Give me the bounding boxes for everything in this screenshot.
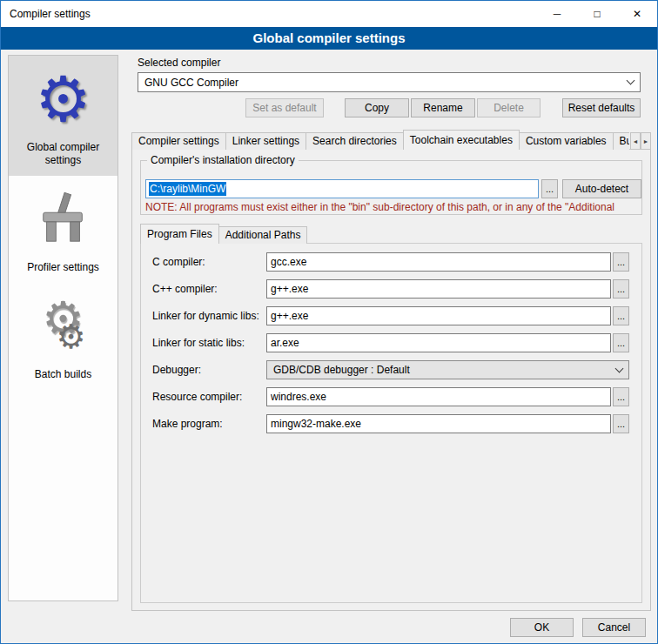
make-program-label: Make program: [152, 418, 223, 430]
sidebar-item-batch-builds[interactable]: ⚙ ⚙ Batch builds [9, 283, 118, 390]
cpp-compiler-label: C++ compiler: [152, 283, 218, 295]
installation-directory-value: C:\raylib\MinGW [149, 182, 226, 196]
static-linker-browse-button[interactable]: ... [613, 333, 629, 352]
tab-scroll-right-icon[interactable]: ► [641, 132, 651, 150]
gear-blue-icon: ⚙ [10, 64, 116, 134]
gear-gray-icon: ⚙ ⚙ [30, 296, 97, 357]
set-as-default-button[interactable]: Set as default [245, 98, 324, 117]
auto-detect-button[interactable]: Auto-detect [562, 179, 641, 198]
minimize-icon[interactable]: ─ [537, 1, 577, 27]
maximize-icon[interactable]: □ [577, 1, 617, 27]
chevron-down-icon [627, 77, 635, 85]
selected-compiler-value: GNU GCC Compiler [144, 77, 238, 89]
chevron-down-icon [615, 364, 624, 372]
debugger-value: GDB/CDB debugger : Default [273, 364, 410, 376]
compiler-settings-dialog: Compiler settings ─ □ ✕ Global compiler … [0, 0, 658, 644]
dialog-header: Global compiler settings [1, 27, 657, 50]
sidebar-item-label: Profiler settings [10, 261, 116, 274]
make-program-input[interactable] [266, 414, 611, 433]
toolchain-subtabs: Program Files Additional Paths [140, 224, 401, 244]
tab-build-options[interactable]: Buil [613, 132, 629, 150]
compiler-tabs: Compiler settings Linker settings Search… [131, 130, 629, 150]
tab-custom-variables[interactable]: Custom variables [519, 132, 614, 150]
subtab-program-files[interactable]: Program Files [140, 224, 219, 244]
batch-builds-gears-icon: ⚙ ⚙ [10, 292, 116, 361]
tab-scroll-left-icon[interactable]: ◄ [630, 132, 641, 150]
tab-search-directories[interactable]: Search directories [306, 132, 404, 150]
resource-compiler-input[interactable] [266, 387, 611, 406]
ok-button[interactable]: OK [510, 618, 574, 637]
sidebar-item-global-compiler-settings[interactable]: ⚙ Global compiler settings [9, 56, 118, 176]
static-linker-label: Linker for static libs: [152, 337, 245, 349]
rename-button[interactable]: Rename [411, 98, 475, 117]
window-title: Compiler settings [10, 8, 91, 20]
sidebar-item-profiler-settings[interactable]: Profiler settings [9, 176, 118, 283]
titlebar: Compiler settings ─ □ ✕ [1, 1, 657, 27]
sidebar-item-label: Batch builds [10, 368, 116, 381]
resource-compiler-browse-button[interactable]: ... [613, 387, 629, 406]
copy-button[interactable]: Copy [345, 98, 409, 117]
window-controls: ─ □ ✕ [537, 1, 657, 27]
installation-directory-input[interactable]: C:\raylib\MinGW [145, 179, 539, 198]
cancel-button[interactable]: Cancel [582, 618, 646, 637]
tab-compiler-settings[interactable]: Compiler settings [131, 132, 226, 150]
dynamic-linker-input[interactable] [266, 306, 611, 325]
selected-compiler-dropdown[interactable]: GNU GCC Compiler [138, 72, 641, 92]
make-program-browse-button[interactable]: ... [613, 414, 629, 433]
reset-defaults-button[interactable]: Reset defaults [562, 98, 641, 117]
sidebar: ⚙ Global compiler settings Profiler sett… [8, 55, 118, 601]
tab-linker-settings[interactable]: Linker settings [225, 132, 306, 150]
installation-directory-group-title: Compiler's installation directory [147, 154, 299, 166]
installation-directory-browse-button[interactable]: ... [541, 179, 558, 198]
cpp-compiler-input[interactable] [266, 279, 611, 299]
debugger-label: Debugger: [152, 364, 201, 376]
cpp-compiler-browse-button[interactable]: ... [613, 279, 629, 299]
c-compiler-browse-button[interactable]: ... [613, 252, 629, 272]
selected-compiler-label: Selected compiler [138, 57, 220, 69]
dynamic-linker-browse-button[interactable]: ... [613, 306, 629, 325]
delete-button[interactable]: Delete [477, 98, 540, 117]
dynamic-linker-label: Linker for dynamic libs: [152, 310, 259, 322]
static-linker-input[interactable] [266, 333, 611, 352]
subtab-additional-paths[interactable]: Additional Paths [218, 226, 308, 244]
close-icon[interactable]: ✕ [617, 1, 657, 27]
tab-toolchain-executables[interactable]: Toolchain executables [403, 130, 520, 150]
bin-subdirectory-note: NOTE: All programs must exist either in … [145, 201, 641, 213]
c-compiler-input[interactable] [266, 252, 611, 272]
sidebar-item-label: Global compiler settings [10, 141, 116, 167]
resource-compiler-label: Resource compiler: [152, 391, 242, 403]
debugger-dropdown[interactable]: GDB/CDB debugger : Default [266, 360, 629, 379]
profiler-clamp-icon [10, 184, 116, 254]
c-compiler-label: C compiler: [152, 256, 205, 268]
